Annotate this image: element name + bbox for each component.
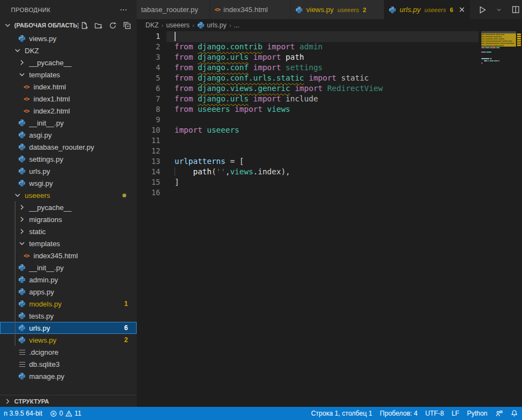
file-icon (18, 348, 26, 356)
code-line-11[interactable]: 11 (137, 135, 478, 146)
tree-item-label: __init__.py (29, 119, 64, 127)
tree-item--init-py[interactable]: __init__.py (0, 262, 137, 274)
code-line-5[interactable]: 5from django.conf.urls.static import sta… (137, 73, 478, 83)
tree-item-dkz[interactable]: DKZ (0, 44, 137, 56)
tree-item-views-py[interactable]: views.py2 (0, 334, 137, 346)
code-line-9[interactable]: 9 (137, 115, 478, 125)
tree-item-templates[interactable]: templates (0, 69, 137, 81)
outline-section-header[interactable]: СТРУКТУРА (0, 395, 137, 407)
status-problems[interactable]: 011 (46, 407, 85, 420)
breadcrumb-item-dkz[interactable]: DKZ (145, 21, 159, 29)
code-line-2[interactable]: 2from django.contrib import admin (137, 42, 478, 52)
tree-item-db-sqlite3[interactable]: db.sqlite3 (0, 358, 137, 370)
python-icon (18, 143, 26, 151)
breadcrumb-item-useeers[interactable]: useeers (166, 21, 190, 29)
minimap[interactable] (481, 31, 516, 66)
breadcrumb-item--[interactable]: ... (234, 21, 239, 29)
status-notifications[interactable] (507, 407, 522, 420)
tree-item-urls-py[interactable]: urls.py (0, 165, 137, 177)
new-folder-icon[interactable] (93, 20, 104, 31)
tree-item-models-py[interactable]: models.py1 (0, 298, 137, 310)
code-token: path (193, 167, 212, 176)
minimap-token (481, 41, 485, 42)
code-line-10[interactable]: 10import useeers (137, 125, 478, 135)
workspace-section-header[interactable]: (РАБОЧАЯ ОБЛАСТЬ) ... (0, 19, 137, 31)
status-python-interpreter[interactable]: n 3.9.5 64-bit (0, 407, 46, 420)
tree-item-views-py[interactable]: views.py (0, 32, 137, 44)
run-dropdown-icon[interactable] (493, 4, 504, 15)
minimap-token (486, 52, 491, 53)
tree-item-useeers[interactable]: useeers (0, 189, 137, 201)
tree-item-migrations[interactable]: migrations (0, 213, 137, 225)
code-line-13[interactable]: 13urlpatterns = [ (137, 156, 478, 167)
tree-item-manage-py[interactable]: manage.py (0, 370, 137, 382)
tree-item-settings-py[interactable]: settings.py (0, 153, 137, 165)
status-feedback[interactable] (491, 407, 507, 420)
tree-item-label: __init__.py (29, 264, 64, 272)
more-actions-icon[interactable] (118, 4, 129, 15)
refresh-icon[interactable] (107, 20, 118, 31)
code-line-8[interactable]: 8from useeers import views (137, 104, 478, 115)
tree-item-label: __pycache__ (29, 59, 71, 67)
breadcrumb-label: ... (234, 21, 239, 29)
code-line-1[interactable]: 1 (137, 31, 478, 42)
breadcrumb-item-urls-py[interactable]: urls.py (197, 21, 226, 29)
code-token: django.views.generic (198, 84, 290, 93)
tree-item-asgi-py[interactable]: asgi.py (0, 129, 137, 141)
code-line-14[interactable]: 14 path('',views.index), (137, 167, 478, 177)
tree-item-tests-py[interactable]: tests.py (0, 310, 137, 322)
tree-item-templates[interactable]: templates (0, 237, 137, 249)
status-indentation[interactable]: Пробелов: 4 (376, 407, 422, 420)
minimap-token (495, 60, 498, 61)
tree-item--pycache-[interactable]: __pycache__ (0, 201, 137, 213)
status-label: Строка 1, столбец 1 (311, 410, 372, 417)
minimap-token (498, 60, 499, 61)
status-label: LF (452, 410, 459, 417)
tree-item-label: .dcignore (29, 348, 58, 356)
split-editor-button-icon[interactable] (510, 4, 521, 15)
code-editor[interactable]: 12from django.contrib import admin3from … (137, 31, 522, 407)
code-line-3[interactable]: 3from django.urls import path (137, 52, 478, 63)
tree-item-index345-html[interactable]: <>index345.html (0, 249, 137, 262)
code-line-15[interactable]: 15] (137, 177, 478, 188)
breadcrumb-separator: › (229, 22, 231, 29)
tree-item-apps-py[interactable]: apps.py (0, 286, 137, 298)
tab-urls-py[interactable]: urls.pyuseeers6 (384, 0, 470, 19)
tree-item--dcignore[interactable]: .dcignore (0, 346, 137, 358)
code-line-16[interactable]: 16 (137, 188, 478, 198)
tree-item-static[interactable]: static (0, 225, 137, 237)
new-file-icon[interactable] (78, 20, 89, 31)
tab-description: useeers (338, 7, 359, 13)
status-language-mode[interactable]: Python (463, 407, 491, 420)
tab-tabase-roouter-py[interactable]: tabase_roouter.py (137, 0, 210, 19)
status-cursor-position[interactable]: Строка 1, столбец 1 (307, 407, 376, 420)
run-button-icon[interactable] (477, 4, 488, 15)
tab-index345-html[interactable]: <>index345.html (210, 0, 291, 19)
code-token: import (249, 63, 285, 72)
tree-item-label: views.py (29, 35, 57, 43)
code-line-7[interactable]: 7from django.urls import include (137, 94, 478, 104)
tree-item-index2-html[interactable]: <>index2.html (0, 105, 137, 117)
tree-item-label: __pycache__ (29, 203, 71, 212)
tree-item--pycache-[interactable]: __pycache__ (0, 56, 137, 69)
tree-item-index-html[interactable]: <>index.html (0, 81, 137, 93)
code-token: useeers (198, 105, 230, 113)
tree-item--init-py[interactable]: __init__.py (0, 117, 137, 129)
close-icon[interactable] (458, 5, 466, 14)
tab-views-py[interactable]: views.pyuseeers2 (291, 0, 384, 19)
tree-item-urls-py[interactable]: urls.py6 (0, 322, 137, 334)
collapse-all-icon[interactable] (121, 20, 132, 31)
code-line-4[interactable]: 4from django.conf import settings (137, 63, 478, 73)
status-eol[interactable]: LF (448, 407, 463, 420)
tree-item-index1-html[interactable]: <>index1.html (0, 93, 137, 105)
minimap-token (496, 47, 499, 48)
tree-item-database-roouter-py[interactable]: database_roouter.py (0, 141, 137, 153)
code-line-12[interactable]: 12 (137, 146, 478, 156)
tree-item-admin-py[interactable]: admin.py (0, 274, 137, 286)
code-token: import (175, 126, 207, 134)
code-line-6[interactable]: 6from django.views.generic import Redire… (137, 83, 478, 94)
tree-item-wsgi-py[interactable]: wsgi.py (0, 177, 137, 189)
status-encoding[interactable]: UTF-8 (422, 407, 448, 420)
line-number: 13 (137, 156, 160, 167)
line-content: from django.conf.urls.static import stat… (167, 73, 478, 83)
